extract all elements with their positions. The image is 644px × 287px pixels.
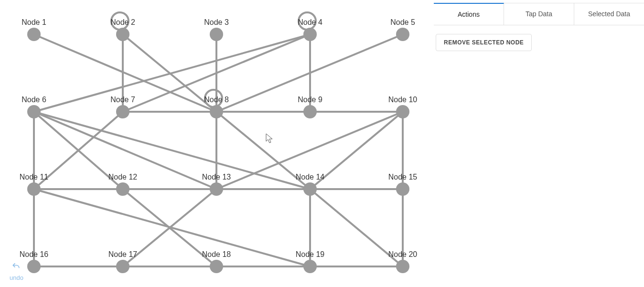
graph-node[interactable] <box>303 28 317 41</box>
edge[interactable] <box>216 112 403 189</box>
tab-selected-data[interactable]: Selected Data <box>574 3 644 25</box>
remove-selected-node-label: Remove Selected Node <box>444 39 524 46</box>
edge-selfloop[interactable] <box>299 12 316 30</box>
graph-node[interactable] <box>303 260 317 273</box>
graph-node[interactable] <box>116 105 129 118</box>
graph-node[interactable] <box>210 105 223 118</box>
tab-actions[interactable]: Actions <box>434 3 504 25</box>
graph-node[interactable] <box>303 182 317 196</box>
sidebar: Actions Tap Data Selected Data Remove Se… <box>434 0 644 287</box>
tab-selected-data-label: Selected Data <box>588 10 630 18</box>
graph-node[interactable] <box>303 105 317 118</box>
tab-tap-data-label: Tap Data <box>526 10 552 18</box>
graph-node[interactable] <box>210 182 223 196</box>
tab-actions-label: Actions <box>458 11 480 18</box>
graph-node[interactable] <box>116 260 129 273</box>
graph-node[interactable] <box>396 260 409 273</box>
graph-node[interactable] <box>27 260 41 273</box>
tab-tap-data[interactable]: Tap Data <box>504 3 574 25</box>
graph-node[interactable] <box>116 28 129 41</box>
remove-selected-node-button[interactable]: Remove Selected Node <box>436 34 532 51</box>
edge[interactable] <box>310 189 403 266</box>
edge[interactable] <box>34 112 310 189</box>
graph-node[interactable] <box>27 28 41 41</box>
graph-canvas[interactable]: Node 1Node 2Node 3Node 4Node 5Node 6Node… <box>0 0 434 287</box>
actions-panel: Remove Selected Node <box>434 25 644 51</box>
edge[interactable] <box>34 112 216 189</box>
edge[interactable] <box>216 112 310 189</box>
edge[interactable] <box>310 112 403 189</box>
edge-selfloop[interactable] <box>111 12 129 30</box>
edge-selfloop[interactable] <box>205 90 222 107</box>
graph-node[interactable] <box>27 105 41 118</box>
graph-node[interactable] <box>396 182 409 196</box>
graph-node[interactable] <box>210 28 223 41</box>
edge[interactable] <box>34 34 216 112</box>
edge[interactable] <box>34 34 310 112</box>
graph-node[interactable] <box>396 28 409 41</box>
undo-icon <box>11 262 21 273</box>
undo-button[interactable]: undo <box>10 262 23 281</box>
graph-svg[interactable] <box>0 0 434 287</box>
graph-node[interactable] <box>27 182 41 196</box>
tabs: Actions Tap Data Selected Data <box>434 3 644 25</box>
graph-node[interactable] <box>210 260 223 273</box>
app-layout: Node 1Node 2Node 3Node 4Node 5Node 6Node… <box>0 0 644 287</box>
undo-label: undo <box>10 274 23 281</box>
graph-node[interactable] <box>396 105 409 118</box>
edge[interactable] <box>34 189 310 266</box>
graph-node[interactable] <box>116 182 129 196</box>
